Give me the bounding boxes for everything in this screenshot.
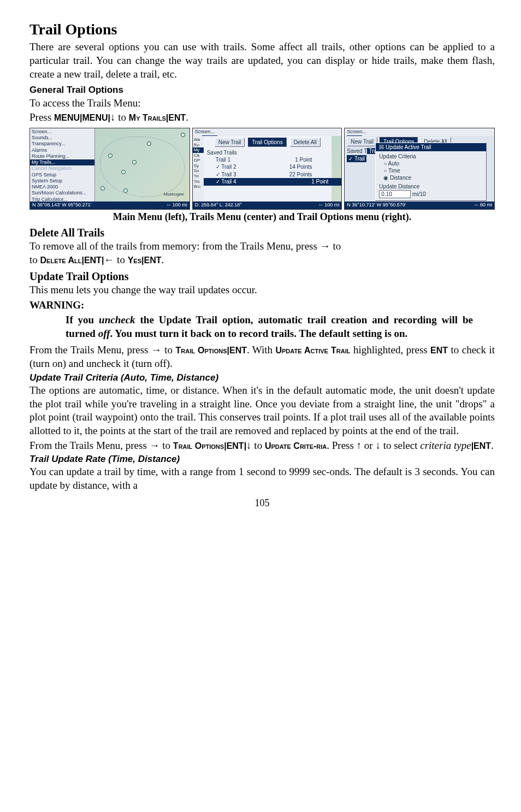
heading-general-trail-options: General Trail Options — [29, 84, 495, 96]
main-menu-highlight: My Trails... — [30, 159, 94, 165]
heading-trail-options: Trail Options — [29, 20, 495, 39]
heading-warning: WARNING: — [29, 299, 495, 312]
btn-delete-all[interactable]: Delete All — [290, 138, 321, 147]
warning-block: If you uncheck the Update Trail option, … — [66, 313, 473, 340]
statusbar-right: N 36°10.712' W 95°50.579' ↔ 80 mi — [345, 201, 494, 209]
map-area — [95, 128, 190, 209]
screenshot-trail-options: Screen...Trails New Trail Trail Options … — [344, 128, 495, 210]
access-line: To access the Trails Menu: — [29, 97, 495, 110]
heading-delete-all-trails: Delete All Trails — [29, 226, 495, 240]
press-menu-line: Press MENU|MENU|↓ to My Trails|ENT. — [29, 111, 495, 125]
from-trails-1: From the Trails Menu, press → to Trail O… — [29, 343, 495, 370]
heading-update-rate: Trail Update Rate (Time, Distance) — [29, 453, 495, 465]
saved-trails-list: Trail 11 Point Trail 214 Points Trail 32… — [204, 156, 332, 186]
delete-all-paragraph: To remove all of the trails from memory:… — [29, 240, 495, 266]
radio-auto[interactable]: Auto — [383, 160, 483, 167]
screenshot-main-menu: Screen... Sounds... Transparency... Alar… — [29, 128, 190, 210]
statusbar-center: D: 259.84° L: 242.18° ↔ 100 mi — [193, 201, 342, 209]
rate-paragraph: You can update a trail by time, with a r… — [29, 465, 495, 492]
screenshot-caption: Main Menu (left), Trails Menu (center) a… — [29, 211, 495, 223]
screenshot-trails-menu: Screen...So Trails AlaRo My CaGP SySu Tr… — [192, 128, 342, 210]
update-paragraph: This menu lets you change the way trail … — [29, 283, 495, 297]
statusbar-left: N 36°08.143' W 95°50.271' ↔ 100 mi — [30, 201, 190, 209]
update-distance-field[interactable]: 0.10 — [379, 190, 411, 198]
page-number: 105 — [29, 497, 495, 509]
intro-paragraph: There are several options you can use wi… — [29, 40, 495, 81]
btn-new-trail[interactable]: New Trail — [215, 138, 245, 147]
heading-update-trail-options: Update Trail Options — [29, 269, 495, 283]
from-trails-2: From the Trails Menu, press → to Trail O… — [29, 439, 495, 453]
radio-time[interactable]: Time — [383, 167, 483, 174]
trail-options-panel: ☒ Update Active Trail Update Criteria Au… — [375, 143, 487, 201]
main-menu-panel: Screen... Sounds... Transparency... Alar… — [30, 128, 95, 209]
radio-distance[interactable]: Distance — [383, 174, 483, 181]
update-active-trail-checkbox[interactable]: ☒ Update Active Trail — [376, 143, 486, 151]
criteria-paragraph: The options are automatic, time, or dist… — [29, 384, 495, 438]
screenshot-row: Screen... Sounds... Transparency... Alar… — [29, 128, 495, 210]
btn-trail-options[interactable]: Trail Options — [248, 138, 286, 147]
heading-update-criteria: Update Trail Criteria (Auto, Time, Dista… — [29, 372, 495, 384]
